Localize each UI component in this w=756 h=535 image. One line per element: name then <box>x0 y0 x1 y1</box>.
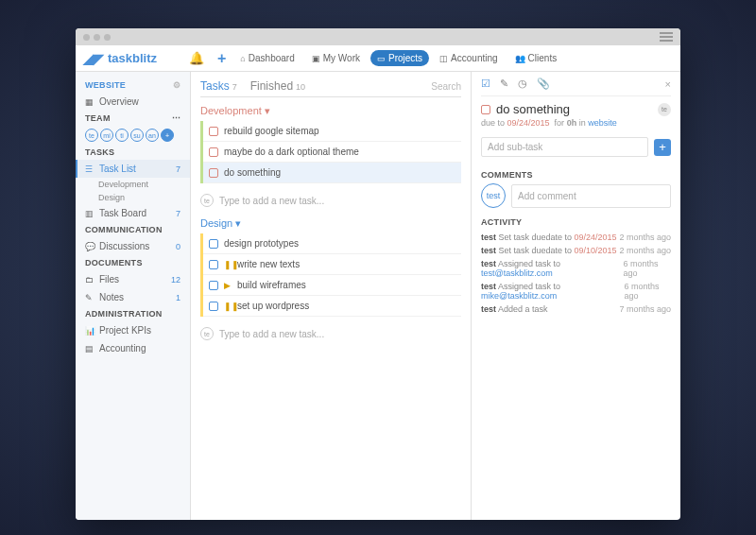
checkbox[interactable] <box>209 147 218 157</box>
board-icon: ▥ <box>85 209 94 218</box>
more-icon[interactable]: ⋯ <box>172 113 180 123</box>
sidebar-files[interactable]: 🗀Files12 <box>76 270 190 288</box>
nav-clients[interactable]: 👥Clients <box>508 50 564 66</box>
comment-input[interactable]: Add comment <box>511 184 671 208</box>
group-development[interactable]: Development ▾ <box>200 105 461 117</box>
checkbox[interactable] <box>209 239 218 249</box>
attach-icon[interactable]: 📎 <box>537 78 550 90</box>
checkbox[interactable] <box>481 105 490 114</box>
checkbox[interactable] <box>209 127 218 136</box>
checkbox[interactable] <box>209 281 218 290</box>
task-title: do something <box>496 102 652 116</box>
sidebar-taskboard[interactable]: ▥Task Board7 <box>76 204 190 222</box>
team-member[interactable]: su <box>130 129 144 142</box>
chevron-down-icon: ▾ <box>235 217 241 229</box>
titlebar <box>76 28 680 45</box>
group-design[interactable]: Design ▾ <box>200 217 461 230</box>
tab-finished[interactable]: Finished10 <box>250 79 305 93</box>
logo-icon: ◢◤ <box>83 51 104 66</box>
nav-projects[interactable]: ▭Projects <box>370 50 429 66</box>
top-nav: ◢◤ taskblitz 🔔 + ⌂Dashboard ▣My Work ▭Pr… <box>76 45 680 72</box>
window-controls[interactable] <box>83 34 111 41</box>
brand-logo[interactable]: ◢◤ taskblitz <box>83 51 157 66</box>
sidebar-dev[interactable]: Development <box>76 178 190 191</box>
list-icon: ☰ <box>85 164 94 174</box>
nav-mywork[interactable]: ▣My Work <box>305 50 367 66</box>
comment-avatar: test <box>481 183 506 208</box>
chart-icon: ◫ <box>439 54 448 63</box>
pause-icon: ❚❚ <box>224 302 232 311</box>
sidebar-docs-header: DOCUMENTS <box>76 255 190 270</box>
activity-header: ACTIVITY <box>481 217 671 227</box>
assignee-badge[interactable]: te <box>658 103 671 116</box>
sidebar-team-header: TEAM⋯ <box>76 111 190 126</box>
sidebar-design[interactable]: Design <box>76 191 190 204</box>
sidebar-notes[interactable]: ✎Notes1 <box>76 288 190 306</box>
sidebar-kpis[interactable]: 📊Project KPIs <box>76 321 190 339</box>
team-avatars: te mi ti su an + <box>76 126 190 145</box>
sidebar-website-header: WEBSITE ⚙ <box>76 78 190 93</box>
sidebar: WEBSITE ⚙ ▦Overview TEAM⋯ te mi ti su an… <box>76 72 191 520</box>
sidebar-tasks-header: TASKS <box>76 145 190 160</box>
add-icon[interactable]: + <box>217 50 226 67</box>
comments-header: COMMENTS <box>481 170 671 180</box>
avatar: te <box>200 194 214 207</box>
task-row[interactable]: ❚❚write new texts <box>203 254 461 275</box>
check-icon[interactable]: ☑ <box>481 78 490 90</box>
activity-row: test Assigned task to mike@taskblitz.com… <box>481 280 671 302</box>
detail-panel: ☑ ✎ ◷ 📎 × do something te due to 09/24/2… <box>471 72 680 520</box>
search-input[interactable]: Search <box>431 81 461 92</box>
menu-icon[interactable] <box>660 32 673 42</box>
avatar: te <box>200 327 214 340</box>
subtask-add-button[interactable]: + <box>654 139 671 156</box>
task-meta: due to 09/24/2015 for 0h in website <box>481 118 671 133</box>
money-icon: ▤ <box>85 344 94 354</box>
subtask-input[interactable]: Add sub-task <box>481 137 648 157</box>
team-member[interactable]: ti <box>115 129 129 142</box>
activity-row: test Set task duedate to 09/10/20152 mon… <box>481 244 671 257</box>
sidebar-discussions[interactable]: 💬Discussions0 <box>76 237 190 255</box>
task-row[interactable]: ❚❚set up wordpress <box>203 296 461 317</box>
team-member[interactable]: te <box>85 129 98 142</box>
folder-icon: ▭ <box>377 54 386 63</box>
sidebar-tasklist[interactable]: ☰Task List7 <box>76 160 190 178</box>
checkbox[interactable] <box>209 260 218 269</box>
tab-tasks[interactable]: Tasks7 <box>200 79 237 93</box>
chevron-down-icon: ▾ <box>265 105 270 116</box>
checkbox[interactable] <box>209 168 218 178</box>
task-row[interactable]: maybe do a dark optional theme <box>203 142 461 163</box>
task-row[interactable]: do something <box>203 163 461 183</box>
clock-icon[interactable]: ◷ <box>518 78 527 90</box>
app-window: ◢◤ taskblitz 🔔 + ⌂Dashboard ▣My Work ▭Pr… <box>76 28 680 520</box>
people-icon: 👥 <box>515 54 525 63</box>
task-row[interactable]: rebuild google sitemap <box>203 121 461 142</box>
team-member[interactable]: an <box>146 129 159 142</box>
home-icon: ⌂ <box>240 54 245 63</box>
sidebar-accounting[interactable]: ▤Accounting <box>76 339 190 357</box>
team-add[interactable]: + <box>161 129 174 142</box>
chat-icon: 💬 <box>85 242 94 251</box>
task-row[interactable]: design prototypes <box>203 233 461 254</box>
tasks-tabs: Tasks7 Finished10 Search <box>200 79 461 97</box>
sidebar-comm-header: COMMUNICATION <box>76 222 190 237</box>
folder-icon: 🗀 <box>85 275 94 285</box>
checkbox[interactable] <box>209 302 218 311</box>
new-task-input[interactable]: teType to add a new task... <box>200 322 461 345</box>
bell-icon[interactable]: 🔔 <box>189 51 204 65</box>
new-task-input[interactable]: teType to add a new task... <box>200 189 461 212</box>
nav-accounting[interactable]: ◫Accounting <box>433 50 504 66</box>
task-row[interactable]: ▶build wireframes <box>203 275 461 296</box>
sidebar-overview[interactable]: ▦Overview <box>76 93 190 111</box>
nav-dashboard[interactable]: ⌂Dashboard <box>233 50 301 66</box>
briefcase-icon: ▣ <box>312 54 320 63</box>
brand-text: taskblitz <box>108 51 157 65</box>
grid-icon: ▦ <box>85 97 94 107</box>
gear-icon[interactable]: ⚙ <box>173 80 180 90</box>
close-icon[interactable]: × <box>665 78 671 90</box>
team-member[interactable]: mi <box>100 129 113 142</box>
edit-icon[interactable]: ✎ <box>500 78 508 90</box>
activity-row: test Added a task7 months ago <box>481 302 671 316</box>
kpi-icon: 📊 <box>85 326 94 336</box>
play-icon: ▶ <box>224 281 232 290</box>
pause-icon: ❚❚ <box>224 260 232 269</box>
